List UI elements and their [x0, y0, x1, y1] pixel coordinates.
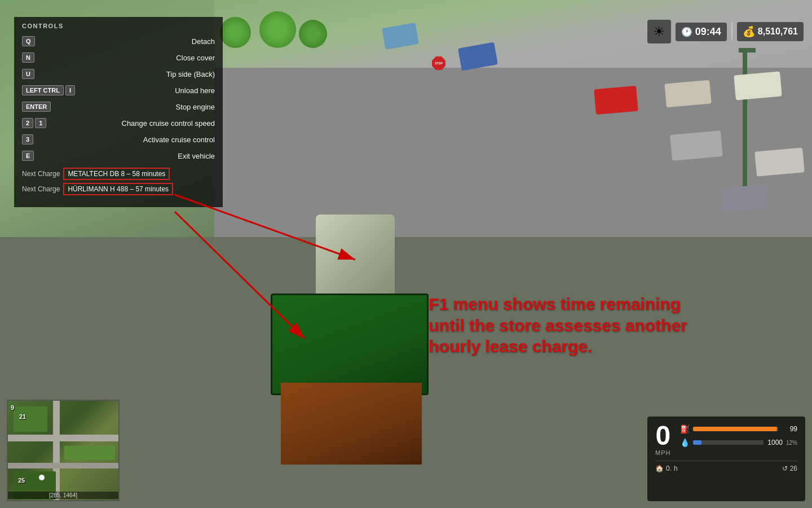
action-close-cover: Close cover	[78, 54, 215, 62]
trailer-body	[271, 294, 429, 395]
adblue-bar-container	[693, 440, 764, 445]
hud-bottom-stats: 🏠 0. h ↺ 26	[655, 461, 797, 472]
speed-value: 0	[655, 422, 670, 449]
fuel-block: ⛽ 99 💧 1000 12%	[679, 422, 797, 447]
action-unload: Unload here	[78, 86, 215, 95]
weather-sun-icon: ☀	[653, 24, 665, 40]
minimap-coordinates: [285, 1464]	[8, 492, 118, 499]
parked-car-6	[754, 147, 805, 176]
minimap-player-marker	[39, 475, 45, 480]
vehicle-group	[271, 214, 451, 412]
minimap-inner: 9 21 25 [285, 1464]	[8, 401, 118, 500]
adblue-value: 1000	[767, 439, 783, 446]
time-value: 09:44	[695, 26, 721, 38]
tree-2	[259, 11, 296, 48]
next-charge-section: Next Charge METALTECH DB 8 – 58 minutes …	[22, 168, 215, 195]
speed-block: 0 MPH	[655, 422, 670, 456]
key-group-2-1: 2 1	[22, 118, 78, 128]
control-row-close-cover: N Close cover	[22, 51, 215, 64]
controls-panel: CONTROLS Q Detach N Close cover U Tip si…	[14, 17, 223, 207]
minimap-number-9: 9	[11, 404, 14, 411]
parked-car-5	[670, 130, 723, 161]
adblue-percent: 12%	[786, 440, 797, 446]
adblue-row: 💧 1000 12%	[679, 438, 797, 447]
next-charge-row-1: Next Charge METALTECH DB 8 – 58 minutes	[22, 168, 215, 180]
action-tip-side: Tip side (Back)	[78, 70, 215, 78]
key-group-enter: ENTER	[22, 102, 78, 112]
tree-3	[299, 20, 327, 48]
fuel-bar-container	[693, 427, 778, 431]
key-group-leftctrl-i: LEFT CTRL I	[22, 85, 78, 95]
hud-divider	[731, 23, 732, 41]
control-row-cruise-activate: 3 Activate cruise control	[22, 133, 215, 146]
fuel-pump-icon: ⛽	[679, 424, 690, 433]
weather-icon-container: ☀	[647, 20, 671, 43]
money-value: 8,510,761	[758, 27, 798, 37]
key-u: U	[22, 69, 34, 79]
key-group-e: E	[22, 151, 78, 161]
next-charge-row-2: Next Charge HÜRLIMANN H 488 – 57 minutes	[22, 183, 215, 195]
distance-value: 0.	[666, 465, 672, 472]
minimap-number-25: 25	[18, 477, 25, 484]
key-enter: ENTER	[22, 102, 51, 112]
minimap: 9 21 25 [285, 1464]	[7, 400, 120, 501]
trailer-floor	[281, 383, 422, 465]
key-group-u: U	[22, 69, 78, 79]
money-coin-icon: 💰	[743, 25, 755, 38]
minimap-road-h1	[8, 435, 120, 441]
control-row-tip-side: U Tip side (Back)	[22, 68, 215, 80]
minimap-field-2	[64, 446, 115, 460]
counter-value: 26	[790, 465, 797, 472]
parked-car-8	[721, 185, 767, 212]
control-row-cruise-speed: 2 1 Change cruise control speed	[22, 117, 215, 129]
clock-icon: 🕐	[681, 27, 692, 37]
street-lamp-arm	[739, 48, 756, 52]
parked-car-2	[594, 86, 638, 115]
distance-icon: 🏠	[655, 465, 664, 472]
key-group-n: N	[22, 52, 78, 63]
action-cruise-speed: Change cruise control speed	[78, 119, 215, 128]
key-2: 2	[22, 118, 33, 128]
distance-stat: 🏠 0. h	[655, 465, 678, 472]
minimap-road-h2	[8, 463, 120, 468]
speed-unit: MPH	[655, 449, 670, 456]
fuel-row: ⛽ 99	[679, 424, 797, 433]
minimap-number-21: 21	[19, 413, 26, 420]
key-group-3: 3	[22, 134, 78, 144]
control-row-exit: E Exit vehicle	[22, 150, 215, 162]
key-leftctrl: LEFT CTRL	[22, 85, 64, 95]
tree-1	[220, 17, 251, 48]
minimap-field-1	[14, 406, 47, 432]
hud-time-display: 🕐 09:44	[676, 23, 727, 41]
action-stop-engine: Stop engine	[78, 103, 215, 111]
next-charge-label-1: Next Charge	[22, 170, 60, 178]
key-group-q: Q	[22, 36, 78, 46]
fuel-bar-orange	[693, 427, 777, 431]
key-q: Q	[22, 36, 35, 46]
adblue-icon: 💧	[679, 438, 690, 447]
fuel-bar-blue	[693, 440, 701, 445]
hud-top-right: ☀ 🕐 09:44 💰 8,510,761	[647, 20, 804, 43]
action-cruise-activate: Activate cruise control	[78, 135, 215, 144]
key-i: I	[65, 85, 75, 95]
hud-money-display: 💰 8,510,761	[737, 22, 804, 41]
parked-car-3	[664, 80, 711, 108]
key-n: N	[22, 52, 34, 63]
control-row-unload: LEFT CTRL I Unload here	[22, 84, 215, 97]
next-charge-value-1: METALTECH DB 8 – 58 minutes	[63, 168, 170, 180]
next-charge-label-2: Next Charge	[22, 185, 60, 193]
speed-fuel-row: 0 MPH ⛽ 99 💧 1000 12%	[655, 422, 797, 456]
control-row-stop-engine: ENTER Stop engine	[22, 100, 215, 113]
key-1: 1	[35, 118, 46, 128]
tractor-stat: ↺ 26	[782, 465, 797, 472]
controls-title: CONTROLS	[22, 23, 215, 29]
hud-bottom-right: 0 MPH ⛽ 99 💧 1000 12%	[647, 417, 805, 501]
distance-unit: h	[674, 465, 678, 472]
annotation-text: F1 menu shows time remaining until the s…	[429, 294, 710, 357]
key-e: E	[22, 151, 34, 161]
key-3: 3	[22, 134, 33, 144]
control-row-detach: Q Detach	[22, 35, 215, 47]
action-exit: Exit vehicle	[78, 152, 215, 160]
fuel-value: 99	[782, 425, 797, 433]
action-detach: Detach	[78, 37, 215, 46]
